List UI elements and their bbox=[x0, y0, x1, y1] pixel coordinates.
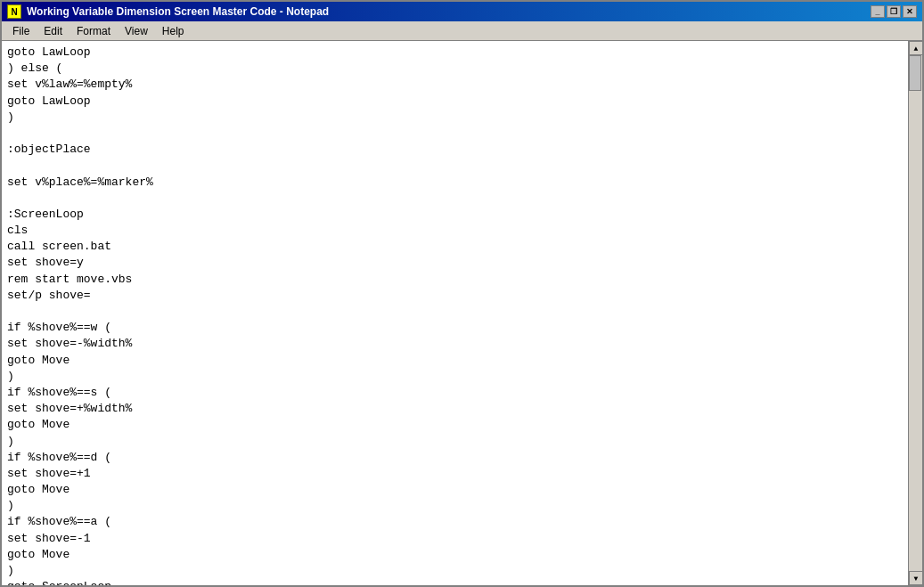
menu-edit[interactable]: Edit bbox=[37, 23, 70, 39]
menu-view[interactable]: View bbox=[118, 23, 155, 39]
title-bar-left: N Working Variable Dimension Screen Mast… bbox=[7, 4, 329, 19]
vertical-scrollbar: ▲ ▼ bbox=[908, 41, 922, 585]
minimize-button[interactable]: _ bbox=[871, 5, 885, 18]
scroll-track[interactable] bbox=[909, 55, 922, 571]
scroll-down-button[interactable]: ▼ bbox=[909, 571, 922, 585]
main-window: N Working Variable Dimension Screen Mast… bbox=[0, 0, 924, 587]
editor-area: ▲ ▼ bbox=[2, 41, 922, 585]
menu-bar: File Edit Format View Help bbox=[2, 21, 922, 41]
restore-button[interactable]: ❐ bbox=[887, 5, 901, 18]
title-bar: N Working Variable Dimension Screen Mast… bbox=[2, 2, 922, 21]
close-button[interactable]: ✕ bbox=[903, 5, 917, 18]
text-editor[interactable] bbox=[2, 41, 908, 585]
menu-format[interactable]: Format bbox=[70, 23, 118, 39]
scroll-thumb[interactable] bbox=[909, 55, 921, 91]
window-controls: _ ❐ ✕ bbox=[871, 5, 917, 18]
app-icon: N bbox=[7, 4, 21, 19]
window-title: Working Variable Dimension Screen Master… bbox=[27, 5, 329, 18]
menu-help[interactable]: Help bbox=[155, 23, 192, 39]
menu-file[interactable]: File bbox=[5, 23, 37, 39]
scroll-up-button[interactable]: ▲ bbox=[909, 41, 922, 55]
